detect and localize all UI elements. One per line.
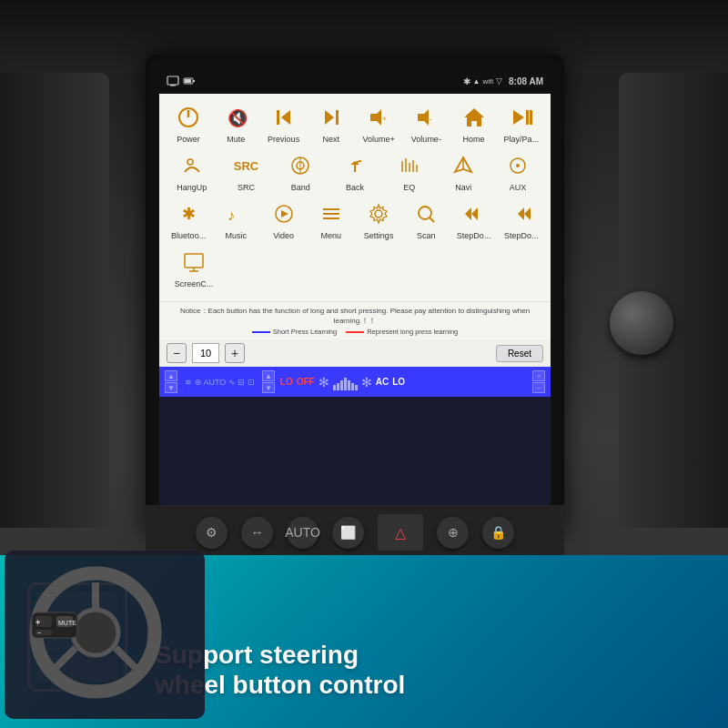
notice-text: Notice：Each button has the function of l… (180, 307, 530, 325)
svg-marker-36 (281, 210, 288, 217)
svg-marker-44 (471, 207, 478, 220)
mute-button[interactable]: 🔇 Mute (212, 101, 259, 144)
status-left (167, 75, 196, 87)
svg-line-42 (430, 217, 434, 222)
navi-button[interactable]: Navi (440, 149, 487, 192)
step-down-2-icon (505, 197, 538, 230)
long-press-legend: Represent long press learning (346, 328, 458, 336)
svg-point-41 (419, 207, 431, 219)
volume-up-button[interactable]: + Volume+ (355, 101, 402, 144)
step-down-2-button[interactable]: StepDo... (498, 197, 545, 240)
home-icon (458, 101, 490, 134)
previous-button[interactable]: Previous (260, 101, 308, 144)
fan-down-arrow[interactable]: ▼ (165, 382, 177, 393)
banner-title-line2: wheel button control (155, 670, 710, 701)
screen-capture-label: ScreenC... (175, 279, 214, 288)
video-button[interactable]: Video (260, 197, 308, 240)
src-button[interactable]: SRC SRC (223, 149, 270, 192)
bluetooth-button[interactable]: ✱ Bluetoo... (165, 197, 212, 240)
main-screen: ✱ ▲ wifi ▽ 8:08 AM Power 🔇 Mute Previous (159, 68, 551, 505)
svg-rect-0 (167, 76, 178, 85)
svg-text:+: + (35, 618, 40, 627)
bottom-btn-4[interactable]: ⬜ (332, 517, 364, 549)
right-fan-arrows: ▲ ▼ (262, 370, 275, 393)
svg-rect-1 (170, 85, 176, 86)
next-button[interactable]: Next (308, 101, 355, 144)
lo-right-label: LO (392, 377, 405, 387)
ac-label: AC (376, 377, 389, 387)
screen-icon (167, 75, 179, 87)
hangup-button[interactable]: HangUp (168, 149, 216, 192)
settings-button[interactable]: Settings (355, 197, 402, 240)
play-pause-button[interactable]: Play/Pa... (498, 101, 545, 144)
hazard-icon[interactable]: △ (395, 524, 406, 541)
bottom-btn-5[interactable]: ⊕ (437, 517, 469, 549)
increment-button[interactable]: + (225, 343, 245, 363)
fan-up-arrow[interactable]: ▲ (165, 370, 177, 381)
step-down-1-button[interactable]: StepDo... (450, 197, 498, 240)
fan-icons: ≋ ⊛ AUTO ∿ ⊟ ⊡ (181, 378, 258, 387)
temp-up-arrow[interactable]: + (532, 370, 545, 381)
navi-label: Navi (455, 183, 471, 192)
signal-status: ▲ (473, 77, 480, 86)
dashboard-bottom-controls: ⚙ ↔ AUTO ⬜ △ ⊕ 🔒 (146, 505, 564, 560)
bluetooth-status: ✱ (463, 76, 470, 86)
short-press-line (252, 331, 270, 333)
band-button[interactable]: Band (277, 149, 324, 192)
dashboard-left-panel (0, 73, 109, 528)
wifi-status: wifi (482, 77, 493, 86)
svg-text:-: - (430, 115, 432, 123)
volume-down-icon: - (410, 101, 442, 134)
scan-label: Scan (417, 231, 436, 240)
temp-down-arrow[interactable]: ← (532, 382, 545, 393)
svg-point-40 (375, 210, 382, 217)
battery-percent: ▽ (496, 76, 502, 86)
bottom-btn-2[interactable]: ↔ (241, 517, 273, 549)
controls-row: − 10 + Reset (159, 339, 551, 367)
decrement-button[interactable]: − (167, 343, 187, 363)
temp-controls: LO OFF ✻ ✻ AC LO (280, 374, 405, 390)
home-button[interactable]: Home (450, 101, 498, 144)
svg-marker-46 (524, 207, 531, 220)
svg-rect-47 (185, 254, 203, 268)
svg-text:+: + (382, 115, 387, 123)
eq-button[interactable]: EQ (386, 149, 433, 192)
svg-rect-4 (185, 79, 191, 83)
reset-button[interactable]: Reset (496, 345, 543, 362)
short-press-legend: Short Press Learning (252, 328, 337, 336)
right-fan-down[interactable]: ▼ (262, 382, 275, 393)
mute-icon: 🔇 (219, 101, 252, 134)
back-button[interactable]: Back (331, 149, 379, 192)
home-label: Home (463, 135, 485, 144)
power-label: Power (177, 135, 200, 144)
bottom-btn-3[interactable]: AUTO (287, 517, 318, 549)
svg-marker-12 (370, 109, 381, 126)
button-row-4: ScreenC... (165, 246, 545, 288)
button-row-3: ✱ Bluetoo... ♪ Music Video Menu Settings (165, 197, 545, 240)
svg-text:♪: ♪ (228, 207, 235, 223)
music-icon: ♪ (219, 197, 252, 230)
bottom-btn-1[interactable]: ⚙ (196, 517, 228, 549)
next-icon (315, 101, 348, 134)
right-fan-up[interactable]: ▲ (262, 370, 275, 381)
aux-button[interactable]: AUX (494, 149, 541, 192)
music-button[interactable]: ♪ Music (212, 197, 259, 240)
step-down-1-icon (458, 197, 490, 230)
eq-label: EQ (403, 183, 415, 192)
power-button[interactable]: Power (165, 101, 212, 144)
bluetooth-label: Bluetoo... (171, 231, 206, 240)
svg-marker-14 (418, 109, 429, 126)
svg-marker-8 (281, 110, 290, 125)
status-right: ✱ ▲ wifi ▽ 8:08 AM (463, 76, 543, 86)
volume-knob[interactable] (610, 291, 673, 355)
scan-button[interactable]: Scan (402, 197, 450, 240)
status-bar: ✱ ▲ wifi ▽ 8:08 AM (159, 68, 551, 94)
menu-button[interactable]: Menu (308, 197, 355, 240)
volume-down-button[interactable]: - Volume- (402, 101, 450, 144)
bottom-btn-6[interactable]: 🔒 (482, 517, 514, 549)
aux-label: AUX (510, 183, 527, 192)
banner-title-line1: Support steering (155, 640, 710, 671)
screen-capture-button[interactable]: ScreenC... (170, 246, 217, 288)
step-down-2-label: StepDo... (504, 231, 539, 240)
settings-icon (362, 197, 395, 230)
